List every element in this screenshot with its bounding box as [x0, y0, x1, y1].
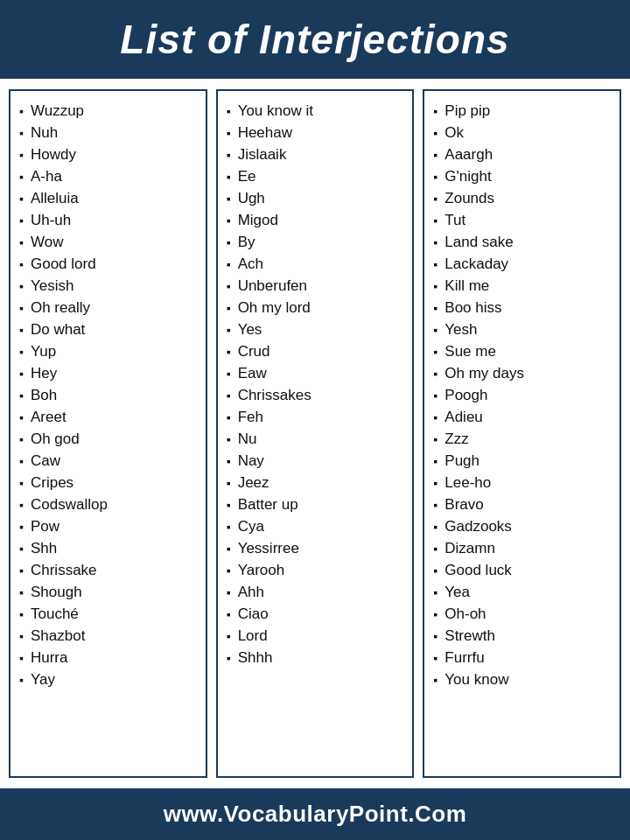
list-item: Oh god: [19, 428, 200, 450]
list-item: Do what: [19, 318, 200, 340]
column-1: WuzzupNuhHowdyA-haAlleluiaUh-uhWowGood l…: [9, 89, 207, 778]
list-item: A-ha: [19, 165, 200, 187]
list-item: Poogh: [433, 384, 614, 406]
column-1-list: WuzzupNuhHowdyA-haAlleluiaUh-uhWowGood l…: [19, 100, 200, 690]
list-item: Shhh: [227, 647, 408, 668]
list-item: Uh-uh: [19, 209, 200, 231]
list-item: G'night: [433, 165, 614, 187]
list-item: Nu: [227, 428, 408, 450]
list-item: Jeez: [227, 472, 408, 494]
list-item: Heehaw: [227, 122, 408, 144]
list-item: Oh my lord: [227, 297, 408, 318]
list-item: Alleluia: [19, 187, 200, 209]
list-item: You know: [433, 668, 614, 690]
list-item: Jislaaik: [227, 144, 408, 165]
list-item: Ee: [227, 165, 408, 187]
list-item: Hey: [19, 362, 200, 384]
page-footer: www.VocabularyPoint.Com: [0, 788, 630, 840]
list-item: Yesish: [19, 275, 200, 297]
list-item: You know it: [227, 100, 408, 122]
list-item: Dizamn: [433, 537, 614, 559]
list-item: Caw: [19, 450, 200, 472]
column-3-list: Pip pipOkAaarghG'nightZoundsTutLand sake…: [433, 100, 614, 690]
list-item: Oh really: [19, 297, 200, 318]
list-item: Boo hiss: [433, 297, 614, 318]
column-2-list: You know itHeehawJislaaikEeUghMigodByAch…: [227, 100, 408, 668]
list-item: Shough: [19, 581, 200, 603]
list-item: Pip pip: [433, 100, 614, 122]
page-title: List of Interjections: [9, 16, 621, 63]
list-item: Yarooh: [227, 559, 408, 581]
list-item: Lackaday: [433, 253, 614, 275]
list-item: Areet: [19, 406, 200, 428]
list-item: Unberufen: [227, 275, 408, 297]
column-3: Pip pipOkAaarghG'nightZoundsTutLand sake…: [423, 89, 621, 778]
list-item: Good luck: [433, 559, 614, 581]
list-item: Boh: [19, 384, 200, 406]
list-item: Wow: [19, 231, 200, 253]
list-item: Yes: [227, 318, 408, 340]
list-item: Cripes: [19, 472, 200, 494]
list-item: Nuh: [19, 122, 200, 144]
list-item: Kill me: [433, 275, 614, 297]
list-item: Crud: [227, 340, 408, 362]
list-item: Ciao: [227, 603, 408, 625]
list-item: Yessirree: [227, 537, 408, 559]
list-item: Good lord: [19, 253, 200, 275]
list-item: Codswallop: [19, 494, 200, 515]
list-item: Ach: [227, 253, 408, 275]
list-item: Adieu: [433, 406, 614, 428]
list-item: Batter up: [227, 494, 408, 515]
list-item: Aaargh: [433, 144, 614, 165]
list-item: Pugh: [433, 450, 614, 472]
list-item: Bravo: [433, 494, 614, 515]
list-item: Shazbot: [19, 625, 200, 647]
list-item: Nay: [227, 450, 408, 472]
list-item: Touché: [19, 603, 200, 625]
list-item: Cya: [227, 515, 408, 537]
list-item: Migod: [227, 209, 408, 231]
list-item: Chrissakes: [227, 384, 408, 406]
list-item: Gadzooks: [433, 515, 614, 537]
list-item: Pow: [19, 515, 200, 537]
list-item: Yesh: [433, 318, 614, 340]
list-item: Ahh: [227, 581, 408, 603]
list-item: Yup: [19, 340, 200, 362]
list-item: Chrissake: [19, 559, 200, 581]
list-item: Furrfu: [433, 647, 614, 668]
page-header: List of Interjections: [0, 0, 630, 79]
main-content: WuzzupNuhHowdyA-haAlleluiaUh-uhWowGood l…: [0, 79, 630, 788]
list-item: Sue me: [433, 340, 614, 362]
list-item: Land sake: [433, 231, 614, 253]
list-item: Shh: [19, 537, 200, 559]
list-item: Lord: [227, 625, 408, 647]
list-item: Zounds: [433, 187, 614, 209]
list-item: Eaw: [227, 362, 408, 384]
list-item: Wuzzup: [19, 100, 200, 122]
list-item: Oh-oh: [433, 603, 614, 625]
list-item: By: [227, 231, 408, 253]
list-item: Lee-ho: [433, 472, 614, 494]
list-item: Zzz: [433, 428, 614, 450]
list-item: Feh: [227, 406, 408, 428]
list-item: Ok: [433, 122, 614, 144]
list-item: Yea: [433, 581, 614, 603]
list-item: Strewth: [433, 625, 614, 647]
footer-text: www.VocabularyPoint.Com: [164, 801, 467, 827]
list-item: Howdy: [19, 144, 200, 165]
list-item: Hurra: [19, 647, 200, 668]
list-item: Tut: [433, 209, 614, 231]
list-item: Oh my days: [433, 362, 614, 384]
list-item: Yay: [19, 668, 200, 690]
column-2: You know itHeehawJislaaikEeUghMigodByAch…: [216, 89, 415, 778]
list-item: Ugh: [227, 187, 408, 209]
